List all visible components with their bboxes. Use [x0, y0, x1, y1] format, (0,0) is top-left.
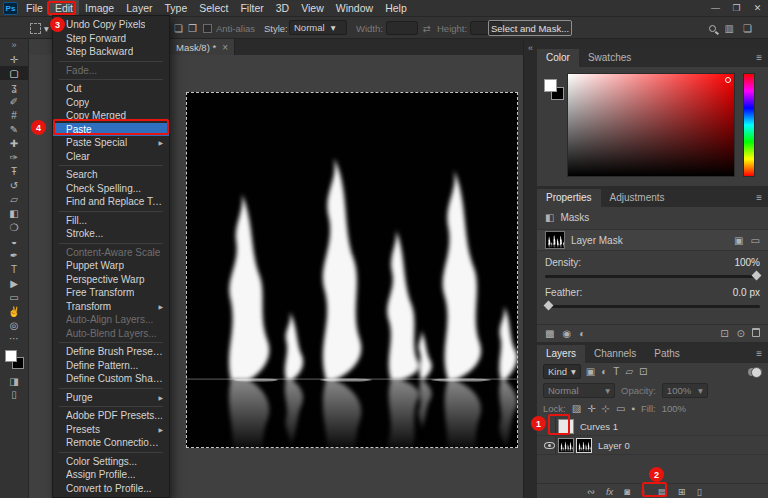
feather-slider[interactable]	[545, 305, 760, 308]
maximize-icon[interactable]: ❐	[726, 0, 747, 16]
tab-color[interactable]: Color	[537, 49, 579, 67]
expand-panels-icon[interactable]: «	[524, 39, 537, 57]
filter-shape-layers-icon[interactable]: ▱	[625, 366, 633, 377]
tab-layers[interactable]: Layers	[537, 345, 585, 363]
edit-menu-item-step-forward[interactable]: Step Forward	[53, 32, 169, 46]
invert-mask-icon[interactable]: ◐	[579, 328, 585, 339]
menubar-item-type[interactable]: Type	[158, 0, 193, 16]
link-layers-icon[interactable]: ∾	[587, 486, 595, 497]
panel-layout-icon[interactable]: ❏	[743, 17, 752, 39]
pen-tool[interactable]: ✒	[0, 248, 28, 262]
edit-menu-item-free-transform[interactable]: Free Transform	[53, 286, 169, 300]
edit-menu-item-fade[interactable]: Fade...	[53, 64, 169, 78]
edit-menu-item-adobe-pdf-presets[interactable]: Adobe PDF Presets...	[53, 409, 169, 423]
layer-row-layer-0[interactable]: Layer 0	[537, 436, 768, 455]
edit-menu-item-purge[interactable]: Purge▶	[53, 391, 169, 405]
tab-paths[interactable]: Paths	[645, 345, 689, 363]
tab-swatches[interactable]: Swatches	[579, 49, 640, 67]
tab-channels[interactable]: Channels	[585, 345, 645, 363]
menubar-item-layer[interactable]: Layer	[120, 0, 158, 16]
edit-menu-item-puppet-warp[interactable]: Puppet Warp	[53, 259, 169, 273]
move-tool[interactable]: ✛	[0, 52, 28, 66]
menubar-item-view[interactable]: View	[295, 0, 330, 16]
layer-mask-row[interactable]: Layer Mask ▣▭	[537, 229, 768, 251]
foreground-background-swatches[interactable]	[0, 348, 28, 374]
vector-mask-icon[interactable]: ▭	[751, 235, 760, 246]
panel-foreground-swatch[interactable]	[544, 79, 557, 92]
new-adjustment-layer-icon[interactable]: ◐	[641, 486, 647, 497]
edit-menu-item-check-spelling[interactable]: Check Spelling...	[53, 182, 169, 196]
selection-mode-subtract-icon[interactable]: ❐	[188, 23, 197, 34]
panel-menu-icon[interactable]: ≡	[756, 49, 768, 67]
workspace-icon[interactable]: ▥	[725, 17, 734, 39]
edit-menu-item-convert-to-profile[interactable]: Convert to Profile...	[53, 482, 169, 496]
filter-kind-dropdown[interactable]: Kind ▾	[543, 364, 581, 379]
color-gradient-picker[interactable]	[567, 73, 735, 177]
search-icon[interactable]	[709, 25, 716, 32]
density-slider-thumb[interactable]	[752, 271, 762, 281]
quick-mask-icon[interactable]: ◨	[0, 375, 28, 388]
density-slider[interactable]	[545, 275, 760, 278]
edit-menu-item-define-brush-preset[interactable]: Define Brush Preset...	[53, 345, 169, 359]
density-value[interactable]: 100%	[734, 257, 760, 268]
menubar-item-filter[interactable]: Filter	[234, 0, 269, 16]
opacity-dropdown[interactable]: 100% ▾	[662, 383, 708, 398]
shape-tool[interactable]: ▭	[0, 290, 28, 304]
hand-tool[interactable]: ✌	[0, 304, 28, 318]
layer-visibility-slot[interactable]	[543, 436, 556, 454]
add-layer-mask-icon[interactable]: ◙	[624, 486, 630, 497]
menubar-item-select[interactable]: Select	[193, 0, 234, 16]
document-tab-close-icon[interactable]: ×	[222, 42, 228, 53]
layer-row-curves-1[interactable]: Curves 1	[537, 417, 768, 436]
menubar-item-help[interactable]: Help	[379, 0, 413, 16]
tool-preset-dropdown[interactable]: ▾	[30, 17, 49, 39]
eyedropper-tool[interactable]: ✎	[0, 122, 28, 136]
edit-menu-item-define-custom-shape[interactable]: Define Custom Shape...	[53, 372, 169, 386]
zoom-tool[interactable]: ◎	[0, 318, 28, 332]
layer-name[interactable]: Layer 0	[598, 440, 630, 451]
layer-mask-thumbnail[interactable]	[545, 231, 565, 249]
edit-menu-item-perspective-warp[interactable]: Perspective Warp	[53, 273, 169, 287]
edit-menu-item-copy[interactable]: Copy	[53, 96, 169, 110]
document-image[interactable]	[186, 92, 518, 448]
lock-artboard-icon[interactable]: ▭	[616, 403, 625, 414]
screen-mode-icon[interactable]: ▯	[0, 388, 28, 401]
edit-menu-item-presets[interactable]: Presets▶	[53, 423, 169, 437]
close-icon[interactable]: ✕	[747, 0, 768, 16]
lock-all-icon[interactable]: ▪	[631, 403, 635, 414]
layer-thumbnail[interactable]	[558, 438, 574, 453]
filter-toggle[interactable]	[748, 368, 762, 376]
crop-tool[interactable]: #	[0, 108, 28, 122]
edit-menu-item-step-backward[interactable]: Step Backward	[53, 45, 169, 59]
curves-layer-mask-thumbnail[interactable]	[558, 419, 574, 434]
filter-type-layers-icon[interactable]: T	[613, 366, 619, 377]
gradient-tool[interactable]: ◧	[0, 206, 28, 220]
lock-position-icon[interactable]: ⊹	[602, 403, 610, 414]
anti-alias-checkbox[interactable]	[203, 24, 212, 33]
edit-menu-item-paste-special[interactable]: Paste Special▶	[53, 136, 169, 150]
menubar-item-window[interactable]: Window	[330, 0, 379, 16]
edit-menu-item-stroke[interactable]: Stroke...	[53, 227, 169, 241]
selection-mode-add-icon[interactable]: ❏	[174, 23, 183, 34]
edit-menu-item-search[interactable]: Search	[53, 168, 169, 182]
healing-brush-tool[interactable]: ✚	[0, 136, 28, 150]
foreground-color-swatch[interactable]	[5, 350, 17, 362]
fill-value[interactable]: 100%	[662, 403, 686, 414]
type-tool[interactable]: T	[0, 262, 28, 276]
tab-properties[interactable]: Properties	[537, 189, 601, 207]
layer-mask-thumbnail[interactable]	[576, 438, 592, 453]
dodge-tool[interactable]: ◒	[0, 234, 28, 248]
menubar-item-3d[interactable]: 3D	[270, 0, 295, 16]
filter-adjustment-layers-icon[interactable]: ◐	[601, 366, 607, 377]
panel-menu-icon[interactable]: ≡	[756, 345, 768, 363]
brush-tool[interactable]: ✑	[0, 150, 28, 164]
lock-transparency-icon[interactable]: ▨	[572, 403, 581, 414]
edit-menu-item-color-settings[interactable]: Color Settings...	[53, 455, 169, 469]
layer-visibility-slot[interactable]	[543, 417, 556, 435]
layer-name[interactable]: Curves 1	[580, 421, 618, 432]
visibility-eye-icon[interactable]	[544, 442, 555, 449]
rectangular-marquee-tool[interactable]: ▢	[0, 66, 28, 80]
edit-menu-item-define-pattern[interactable]: Define Pattern...	[53, 359, 169, 373]
color-range-icon[interactable]: ◉	[562, 328, 571, 339]
blur-tool[interactable]: ❍	[0, 220, 28, 234]
